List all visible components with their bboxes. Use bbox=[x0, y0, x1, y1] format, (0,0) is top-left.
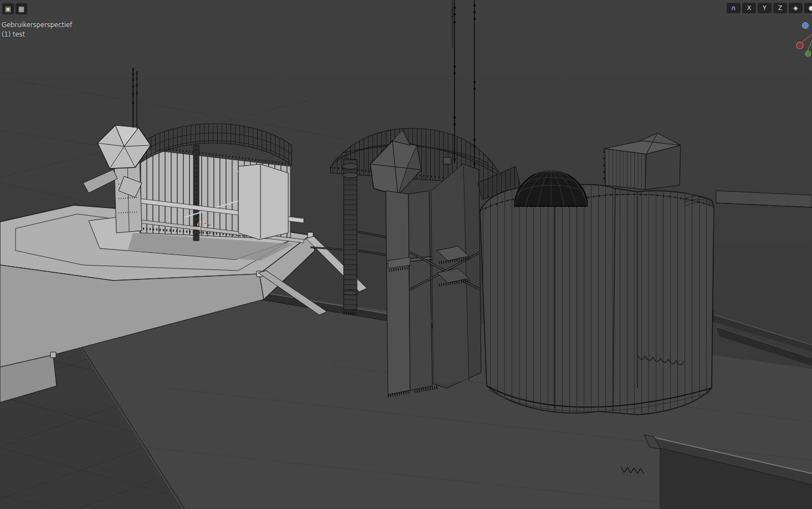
gizmo-x-axis-ball[interactable] bbox=[796, 42, 803, 49]
3d-viewport[interactable]: ▣ ▦ Gebruikersperspectief (1) test ∩ X Y… bbox=[0, 0, 812, 509]
viewport-display-icon[interactable]: ▦ bbox=[16, 3, 27, 14]
scene-render[interactable] bbox=[0, 0, 812, 509]
axis-z-button[interactable]: Z bbox=[773, 3, 787, 13]
axis-y-button[interactable]: Y bbox=[758, 3, 772, 13]
gizmo-x-axis-line bbox=[802, 34, 812, 42]
transform-pivot-glyph: ◈ bbox=[793, 4, 798, 12]
snap-magnet-icon[interactable]: ∩ bbox=[727, 3, 740, 13]
gizmo-y-axis-line bbox=[808, 41, 812, 51]
editor-type-glyph: ▣ bbox=[5, 5, 11, 13]
gizmo-y-axis-ball[interactable] bbox=[805, 51, 811, 57]
perspective-label: Gebruikersperspectief bbox=[2, 21, 72, 30]
clipped-edge-icon[interactable]: ● bbox=[804, 3, 812, 13]
navigation-gizmo[interactable] bbox=[793, 20, 812, 60]
header-right-toolbar: ∩ X Y Z ◈ ● bbox=[727, 3, 811, 13]
axis-x-button[interactable]: X bbox=[742, 3, 756, 13]
transform-pivot-icon[interactable]: ◈ bbox=[789, 3, 803, 13]
editor-type-icon[interactable]: ▣ bbox=[2, 3, 14, 14]
snap-magnet-glyph: ∩ bbox=[731, 4, 736, 12]
viewport-display-glyph: ▦ bbox=[18, 5, 24, 13]
scene-collection-label: (1) test bbox=[2, 30, 72, 39]
viewport-text-overlay: Gebruikersperspectief (1) test bbox=[2, 21, 72, 40]
gizmo-z-axis-ball[interactable] bbox=[803, 23, 809, 29]
header-left-icons: ▣ ▦ bbox=[2, 3, 27, 14]
